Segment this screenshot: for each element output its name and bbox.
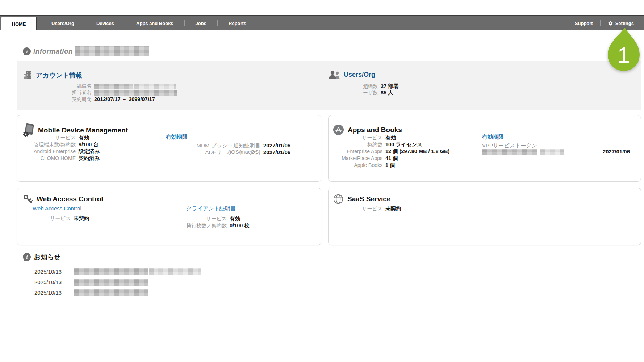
cert-issued-count-value: 0/100 枚 [230, 222, 250, 229]
info-bubble-icon: i [22, 47, 31, 56]
app-store-icon [333, 124, 344, 135]
saas-service-card: SaaS Service サービス未契約 [328, 188, 641, 245]
org-name-row: 組織名 [38, 83, 177, 89]
mdm-expiry-rows: MDM プッシュ通知証明書 (iOS/macOS)2027/01/06 ADEサ… [166, 142, 290, 156]
mdm-android-enterprise-value: 設定済み [79, 148, 100, 155]
web-access-control-card: Web Access Control Web Access Control サー… [17, 188, 321, 245]
manager-name-redacted [94, 90, 177, 96]
client-cert-service-value: 有効 [230, 215, 240, 222]
apps-service-value: 有効 [385, 134, 396, 141]
mdm-android-enterprise-label: Android Enterprise [23, 148, 76, 155]
news-list: 2025/10/13 2025/10/13 2025/10/13 [31, 266, 641, 298]
tab-devices[interactable]: Devices [85, 21, 125, 26]
vpp-token-date: 2027/01/06 [603, 148, 630, 155]
apps-licenses-value: 100 ライセンス [385, 141, 422, 148]
news-item[interactable]: 2025/10/13 [31, 287, 641, 298]
settings-label: Settings [615, 21, 634, 26]
org-name-redacted-tail [134, 84, 176, 89]
saas-card-header: SaaS Service [333, 194, 390, 205]
ade-server-token-date: 2027/01/06 [263, 149, 290, 156]
news-redacted-title [74, 268, 148, 275]
tab-users-org[interactable]: Users/Org [41, 21, 85, 26]
marketplace-apps-value: 41 個 [385, 155, 398, 161]
account-info-header: アカウント情報 [22, 70, 82, 80]
client-cert-service-label: サービス [186, 215, 227, 222]
org-name-label: 組織名 [38, 83, 91, 89]
mdm-devices-value: 9/100 台 [79, 141, 99, 148]
mdm-status-rows: サービス有効 管理端末数/契約数9/100 台 Android Enterpri… [23, 134, 100, 162]
news-redacted-tail [149, 268, 201, 275]
apps-card-header: Apps and Books [333, 124, 402, 135]
manager-name-row: 担当者名 [38, 89, 177, 96]
vpp-token-label: VPPサービストークン [482, 142, 537, 149]
ade-server-token-label: ADEサーバートークン [166, 149, 260, 156]
information-bar: i information [17, 46, 641, 58]
apps-licenses-label: 契約数 [334, 141, 382, 148]
news-redacted-title [74, 289, 148, 296]
manager-name-label: 担当者名 [38, 89, 91, 96]
saas-service-label: サービス [334, 205, 382, 212]
apps-title: Apps and Books [348, 126, 402, 134]
news-item[interactable]: 2025/10/13 [31, 266, 641, 277]
news-header: i お知らせ [17, 253, 641, 261]
support-link[interactable]: Support [575, 21, 593, 26]
news-item[interactable]: 2025/10/13 [31, 277, 641, 287]
org-name-redacted [94, 84, 133, 89]
vpp-token-redacted [482, 149, 537, 155]
news-date: 2025/10/13 [34, 290, 71, 296]
tab-reports[interactable]: Reports [218, 21, 257, 26]
vpp-token-redacted-tail [540, 149, 564, 155]
mdm-devices-label: 管理端末数/契約数 [23, 141, 76, 148]
tab-jobs[interactable]: Jobs [185, 21, 217, 26]
apps-and-books-card: Apps and Books サービス有効 契約数100 ライセンス Enter… [328, 115, 641, 182]
tab-apps-and-books[interactable]: Apps and Books [125, 21, 184, 26]
mdm-title: Mobile Device Management [38, 126, 128, 134]
account-info-rows: 組織名 担当者名 契約期間 2012/07/17 ～ 2099/07/17 [38, 83, 177, 102]
user-count-label: ユーザ数 [342, 90, 378, 96]
news-bubble-icon: i [22, 253, 31, 261]
globe-icon [333, 194, 344, 205]
mdm-expiry-link[interactable]: 有効期限 [166, 134, 188, 140]
buildings-icon [22, 70, 33, 80]
org-count-row: 組織数 27 部署 [342, 83, 398, 89]
wac-title: Web Access Control [37, 195, 103, 203]
apple-books-label: Apple Books [334, 162, 382, 168]
mdm-push-cert-date: 2027/01/06 [263, 142, 290, 149]
users-org-header: Users/Org [328, 70, 375, 79]
news-date: 2025/10/13 [34, 279, 71, 285]
saas-title: SaaS Service [347, 195, 390, 203]
user-count-row: ユーザ数 85 人 [342, 89, 398, 96]
svg-text:i: i [26, 254, 28, 260]
wac-left-column: Web Access Control サービス未契約 [33, 205, 89, 222]
tab-home[interactable]: HOME [1, 17, 37, 30]
news-date: 2025/10/13 [34, 269, 71, 275]
nav-divider [600, 20, 601, 26]
svg-text:i: i [26, 49, 28, 54]
nav-right-group: Support Settings [575, 20, 644, 26]
apps-expiry-link[interactable]: 有効期限 [482, 134, 504, 140]
contract-period-value: 2012/07/17 ～ 2099/07/17 [94, 96, 155, 102]
saas-service-value: 未契約 [385, 205, 401, 212]
wac-service-link[interactable]: Web Access Control [33, 205, 81, 211]
mdm-clomo-home-value: 契約済み [79, 155, 100, 161]
enterprise-apps-value: 12 個 (297.80 MB / 1.8 GB) [385, 148, 449, 155]
user-count-value: 85 人 [381, 89, 393, 96]
account-banner: アカウント情報 組織名 担当者名 契約期間 2012/07/17 ～ 2099/… [17, 61, 641, 110]
wac-service-label: サービス [33, 215, 71, 222]
top-navigation: HOME Users/Org Devices Apps and Books Jo… [0, 15, 644, 30]
news-title: お知らせ [34, 253, 60, 261]
users-org-title: Users/Org [344, 71, 375, 79]
news-redacted-title [74, 279, 148, 286]
settings-link[interactable]: Settings [608, 21, 634, 26]
information-redacted-text [75, 46, 149, 56]
step-1-badge: 1 [605, 27, 643, 73]
org-count-value: 27 部署 [381, 83, 398, 89]
apps-status-rows: サービス有効 契約数100 ライセンス Enterprise Apps12 個 … [334, 134, 449, 169]
mdm-service-value: 有効 [79, 134, 89, 141]
client-cert-link[interactable]: クライアント証明書 [186, 205, 236, 211]
apple-books-value: 1 個 [385, 162, 395, 168]
enterprise-apps-label: Enterprise Apps [334, 148, 382, 155]
wac-service-value: 未契約 [74, 215, 89, 222]
marketplace-apps-label: MarketPlace Apps [334, 155, 382, 161]
apps-service-label: サービス [334, 134, 382, 141]
